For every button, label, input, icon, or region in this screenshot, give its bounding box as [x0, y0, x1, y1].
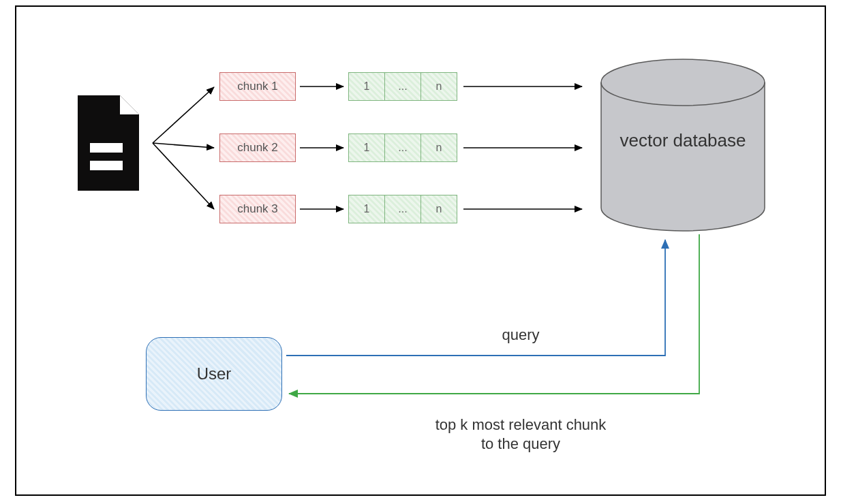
arrow-doc-to-chunk1: [153, 87, 214, 143]
arrow-result: [289, 234, 699, 394]
arrow-doc-to-chunk2: [153, 143, 214, 148]
arrow-doc-to-chunk3: [153, 143, 214, 209]
arrows-overlay: [16, 7, 827, 497]
diagram-frame: chunk 1 chunk 2 chunk 3 1 ... n 1 ... n …: [15, 5, 826, 496]
arrow-query: [286, 240, 665, 356]
